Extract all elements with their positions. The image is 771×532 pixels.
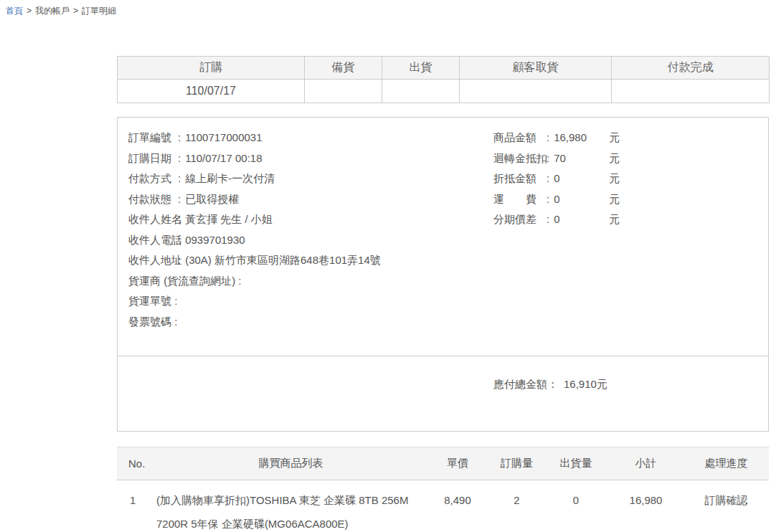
- progress-paid-value: [612, 80, 770, 103]
- total-due-value: 16,910元: [564, 378, 607, 390]
- total-due-section: 應付總金額：16,910元: [118, 356, 768, 431]
- items-col-subtotal: 小計: [608, 447, 684, 480]
- shipping-fee-row: 運 費:0元: [493, 189, 620, 210]
- order-number-row: 訂單編號:1100717000031: [128, 128, 381, 148]
- discount-amount-value: 0: [554, 168, 609, 189]
- recipient-name-row: 收件人姓名:黃玄揮 先生 / 小姐: [128, 209, 381, 230]
- order-date-value: 110/07/17 00:18: [185, 152, 262, 164]
- field-label: 訂購日期: [128, 148, 178, 169]
- progress-shipped-value: [382, 80, 460, 103]
- currency-unit: 元: [609, 152, 620, 164]
- field-label: 付款方式: [128, 168, 178, 189]
- payment-method-row: 付款方式:線上刷卡-一次付清: [128, 168, 381, 189]
- currency-unit: 元: [609, 193, 620, 205]
- recipient-phone-row: 收件人電話:0939701930: [128, 230, 381, 251]
- order-number-value: 1100717000031: [185, 131, 262, 143]
- breadcrumb-separator: >: [27, 6, 32, 16]
- table-row: 1 (加入購物車享折扣)TOSHIBA 東芝 企業碟 8TB 256M 7200…: [117, 480, 769, 532]
- field-label: 貨運商 (貨流查詢網址): [128, 271, 235, 292]
- colon: :: [547, 172, 549, 184]
- amount-label: 運 費: [493, 189, 547, 210]
- payment-status-value: 已取得授權: [185, 193, 239, 205]
- installment-diff-row: 分期價差:0元: [493, 209, 620, 230]
- item-no: 1: [117, 480, 156, 532]
- goods-amount-value: 16,980: [554, 128, 609, 148]
- progress-pickup-value: [460, 80, 612, 103]
- progress-col-paid: 付款完成: [612, 57, 770, 80]
- items-header-row: No. 購買商品列表 單價 訂購量 出貨量 小計 處理進度: [117, 447, 769, 480]
- items-col-status: 處理進度: [684, 447, 769, 480]
- items-col-ship-qty: 出貨量: [544, 447, 608, 480]
- tracking-number-row: 貨運單號 :: [128, 291, 381, 312]
- amount-label: 分期價差: [493, 209, 547, 230]
- items-table: No. 購買商品列表 單價 訂購量 出貨量 小計 處理進度 1 (加入購物車享折…: [117, 447, 769, 532]
- colon: :: [547, 131, 549, 143]
- amount-label: 折抵金額: [493, 168, 547, 189]
- items-col-product: 購買商品列表: [156, 447, 425, 480]
- recipient-address-value: (30A) 新竹市東區明湖路648巷101弄14號: [185, 254, 381, 266]
- colon: :: [178, 193, 181, 205]
- colon: :: [174, 315, 177, 328]
- recipient-name-value: 黃玄揮 先生 / 小姐: [185, 213, 273, 225]
- discount-amount-row: 折抵金額:0元: [493, 168, 620, 189]
- items-col-order-qty: 訂購量: [490, 447, 544, 480]
- colon: :: [178, 172, 181, 184]
- colon: :: [547, 152, 549, 164]
- progress-preparing-value: [305, 80, 382, 103]
- order-progress-header-row: 訂購 備貨 出貨 顧客取貨 付款完成: [118, 57, 770, 80]
- progress-col-pickup: 顧客取貨: [460, 57, 612, 80]
- item-status: 訂購確認: [684, 480, 769, 532]
- total-due-label: 應付總金額：: [493, 378, 558, 390]
- progress-col-order: 訂購: [118, 57, 305, 80]
- progress-col-preparing: 備貨: [305, 57, 382, 80]
- field-label: 收件人姓名: [128, 209, 178, 230]
- currency-unit: 元: [609, 172, 620, 184]
- field-label: 貨運單號: [128, 291, 171, 312]
- recipient-phone-value: 0939701930: [185, 234, 245, 246]
- items-col-no: No.: [117, 447, 156, 480]
- currency-unit: 元: [609, 213, 620, 225]
- field-label: 發票號碼: [128, 312, 171, 333]
- goods-amount-row: 商品金額:16,980元: [493, 128, 620, 148]
- order-date-row: 訂購日期:110/07/17 00:18: [128, 148, 381, 169]
- colon: :: [178, 131, 181, 143]
- colon: :: [178, 254, 181, 266]
- colon: :: [547, 213, 549, 225]
- item-unit-price: 8,490: [425, 480, 490, 532]
- breadcrumb-current: 訂單明細: [82, 6, 116, 16]
- invoice-number-row: 發票號碼 :: [128, 312, 381, 333]
- order-fields-column: 訂單編號:1100717000031 訂購日期:110/07/17 00:18 …: [128, 128, 381, 332]
- recipient-address-row: 收件人地址:(30A) 新竹市東區明湖路648巷101弄14號: [128, 250, 381, 271]
- payment-method-value: 線上刷卡-一次付清: [185, 172, 275, 184]
- total-due-line: 應付總金額：16,910元: [493, 377, 607, 391]
- colon: :: [238, 275, 241, 287]
- colon: :: [178, 234, 181, 246]
- item-subtotal: 16,980: [608, 480, 684, 532]
- field-label: 付款狀態: [128, 189, 178, 210]
- rebate-deduction-value: 70: [554, 148, 609, 169]
- breadcrumb: 首頁>我的帳戶>訂單明細: [6, 5, 116, 17]
- carrier-row: 貨運商 (貨流查詢網址) :: [128, 271, 381, 292]
- currency-unit: 元: [609, 131, 620, 143]
- colon: :: [178, 152, 181, 164]
- field-label: 收件人地址: [128, 250, 178, 271]
- breadcrumb-account-link[interactable]: 我的帳戶: [35, 6, 70, 16]
- order-detail-panel: 訂單編號:1100717000031 訂購日期:110/07/17 00:18 …: [117, 117, 769, 432]
- item-order-qty: 2: [490, 480, 544, 532]
- progress-order-date: 110/07/17: [118, 80, 305, 103]
- breadcrumb-home-link[interactable]: 首頁: [6, 6, 23, 16]
- payment-status-row: 付款狀態:已取得授權: [128, 189, 381, 210]
- colon: :: [178, 213, 181, 225]
- order-info-section: 訂單編號:1100717000031 訂購日期:110/07/17 00:18 …: [118, 118, 768, 356]
- breadcrumb-separator: >: [73, 6, 78, 16]
- field-label: 訂單編號: [128, 128, 178, 148]
- shipping-fee-value: 0: [554, 189, 609, 210]
- item-ship-qty: 0: [544, 480, 608, 532]
- installment-diff-value: 0: [554, 209, 609, 230]
- order-amounts-column: 商品金額:16,980元 迴轉金抵扣:70元 折抵金額:0元 運 費:0元 分期…: [493, 128, 620, 230]
- progress-col-shipped: 出貨: [382, 57, 460, 80]
- amount-label: 商品金額: [493, 128, 547, 148]
- order-progress-table: 訂購 備貨 出貨 顧客取貨 付款完成 110/07/17: [117, 56, 770, 103]
- colon: :: [174, 295, 177, 307]
- order-progress-value-row: 110/07/17: [118, 80, 770, 103]
